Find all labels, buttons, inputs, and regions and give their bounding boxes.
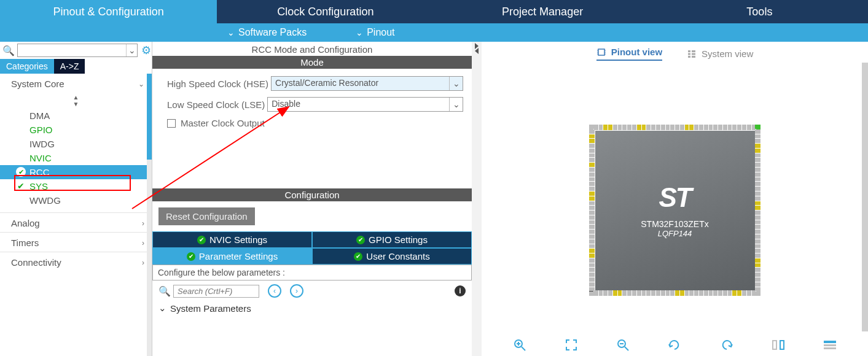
group-system-parameters[interactable]: ⌄ System Parameters	[152, 301, 472, 315]
svg-rect-21	[780, 341, 784, 349]
hse-value: Crystal/Ceramic Resonator	[272, 77, 449, 90]
item-iwdg[interactable]: IWDG	[0, 137, 152, 151]
item-wwdg[interactable]: WWDG	[0, 193, 152, 207]
group-label: System Parameters	[170, 303, 251, 314]
master-clock-output-row[interactable]: Master Clock Output	[167, 118, 463, 128]
check-icon: ✔	[17, 181, 25, 191]
chevron-right-icon: ›	[142, 219, 144, 228]
section-connectivity[interactable]: Connectivity ›	[0, 252, 152, 271]
reset-row: Reset Configuration	[152, 201, 472, 231]
svg-line-14	[522, 347, 525, 350]
info-icon[interactable]: i	[455, 285, 466, 296]
item-gpio[interactable]: GPIO	[0, 123, 152, 137]
layers-button[interactable]	[821, 338, 839, 352]
tab-categories[interactable]: Categories	[0, 59, 54, 74]
mode-header: Mode	[152, 56, 472, 69]
lse-value: Disable	[268, 98, 449, 111]
software-packs-label: Software Packs	[238, 27, 307, 38]
chip-part-number: STM32F103ZETx	[641, 219, 708, 229]
tab-tools[interactable]: Tools	[651, 0, 868, 23]
zoom-out-button[interactable]	[614, 338, 631, 352]
section-label: Connectivity	[11, 257, 61, 268]
tab-label: Pinout view	[611, 47, 662, 57]
search-prev-button[interactable]: ‹	[268, 284, 281, 298]
section-label: Analog	[11, 218, 40, 228]
dropdown-icon[interactable]: ⌄	[449, 77, 463, 90]
search-icon: 🔍	[158, 285, 171, 297]
st-logo: ST	[659, 182, 690, 213]
hse-row: High Speed Clock (HSE) Crystal/Ceramic R…	[167, 76, 463, 91]
software-packs-menu[interactable]: ⌄ Software Packs	[227, 27, 307, 38]
tab-pinout-view[interactable]: Pinout view	[596, 47, 662, 61]
sub-bar: ⌄ Software Packs ⌄ Pinout	[0, 23, 868, 42]
chevron-down-icon: ⌄	[227, 28, 235, 37]
pins-bottom[interactable]	[589, 290, 761, 296]
item-dma[interactable]: DMA	[0, 109, 152, 123]
peripheral-search[interactable]: ⌄	[17, 44, 138, 57]
svg-rect-20	[773, 341, 776, 349]
tab-label: NVIC Settings	[209, 234, 267, 245]
item-sys[interactable]: ✔ SYS	[0, 179, 152, 193]
pinout-menu[interactable]: ⌄ Pinout	[356, 27, 394, 38]
rotate-cw-button[interactable]	[666, 338, 683, 352]
tab-parameter-settings[interactable]: ✔ Parameter Settings	[152, 248, 312, 265]
right-scrollbar[interactable]	[862, 63, 868, 331]
tab-project-manager[interactable]: Project Manager	[434, 0, 651, 23]
sort-handle-icon[interactable]: ▲▼	[0, 93, 152, 109]
tab-a-to-z[interactable]: A->Z	[54, 59, 85, 74]
tab-nvic-settings[interactable]: ✔ NVIC Settings	[152, 231, 312, 248]
item-label: RCC	[29, 167, 50, 177]
master-clock-output-label: Master Clock Output	[181, 118, 265, 128]
tab-clock-configuration[interactable]: Clock Configuration	[217, 0, 434, 23]
left-search-row: 🔍 ⌄ ⚙	[0, 42, 152, 59]
section-system-core[interactable]: System Core ⌄	[0, 74, 152, 93]
hse-select[interactable]: Crystal/Ceramic Resonator ⌄	[271, 76, 463, 91]
item-nvic[interactable]: NVIC	[0, 151, 152, 165]
section-timers[interactable]: Timers ›	[0, 232, 152, 252]
check-icon: ✔	[16, 167, 26, 177]
main-area: 🔍 ⌄ ⚙ Categories A->Z System Core ⌄ ▲▼ D…	[0, 42, 868, 356]
item-rcc[interactable]: ✔ RCC	[0, 165, 152, 179]
system-core-items: DMA GPIO IWDG NVIC ✔ RCC ✔ SYS WWDG	[0, 109, 152, 212]
tab-gpio-settings[interactable]: ✔ GPIO Settings	[312, 231, 472, 248]
splitter-handle[interactable]	[472, 42, 482, 356]
chip-package[interactable]: ST STM32F103ZETx LQFP144	[595, 131, 755, 290]
chip-area[interactable]: ST STM32F103ZETx LQFP144	[482, 64, 868, 356]
tab-label: GPIO Settings	[369, 234, 428, 245]
fit-button[interactable]	[563, 338, 580, 352]
tab-label: Parameter Settings	[199, 251, 278, 261]
rotate-ccw-button[interactable]	[718, 338, 735, 352]
pins-top[interactable]	[589, 125, 761, 131]
tree-scrollbar[interactable]	[147, 74, 152, 356]
svg-rect-0	[598, 49, 604, 55]
check-icon: ✔	[356, 236, 365, 244]
configuration-header: Configuration	[152, 188, 472, 201]
chip-package-label: LQFP144	[658, 229, 692, 238]
tab-user-constants[interactable]: ✔ User Constants	[312, 248, 472, 265]
lse-select[interactable]: Disable ⌄	[267, 97, 463, 112]
chevron-down-icon: ⌄	[138, 80, 144, 88]
search-next-button[interactable]: ›	[290, 284, 303, 298]
chevron-right-icon: ›	[142, 239, 144, 247]
config-title: RCC Mode and Configuration	[152, 42, 472, 56]
param-search-row: 🔍 ‹ › i	[152, 281, 472, 301]
section-analog[interactable]: Analog ›	[0, 212, 152, 232]
param-search-input[interactable]	[173, 285, 259, 298]
zoom-in-button[interactable]	[511, 338, 528, 352]
chevron-right-icon: ›	[142, 258, 144, 267]
pins-left[interactable]	[589, 125, 595, 296]
hse-label: High Speed Clock (HSE)	[167, 79, 268, 89]
peripheral-search-dropdown[interactable]: ⌄	[126, 44, 137, 56]
check-icon: ✔	[197, 236, 206, 244]
master-clock-output-checkbox[interactable]	[167, 119, 176, 128]
reset-configuration-button[interactable]: Reset Configuration	[158, 207, 255, 225]
compare-button[interactable]	[770, 338, 787, 352]
pins-right[interactable]	[755, 125, 761, 296]
tab-system-view[interactable]: System view	[687, 47, 753, 61]
svg-rect-11	[692, 53, 695, 55]
dropdown-icon[interactable]: ⌄	[449, 98, 463, 111]
tab-pinout-configuration[interactable]: Pinout & Configuration	[0, 0, 217, 23]
peripheral-search-input[interactable]	[18, 44, 126, 56]
category-tabs: Categories A->Z	[0, 59, 152, 74]
gear-icon[interactable]: ⚙	[141, 44, 151, 57]
